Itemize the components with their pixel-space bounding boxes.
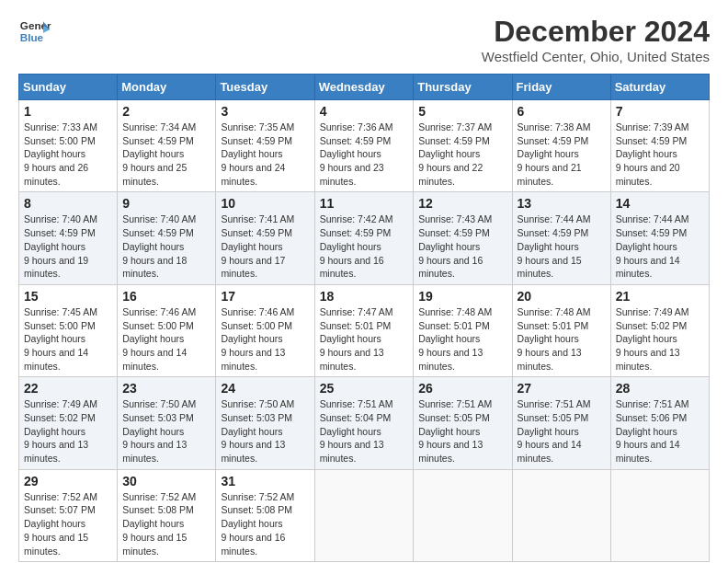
day-info: Sunrise: 7:46 AM Sunset: 5:00 PM Dayligh… bbox=[221, 305, 309, 373]
calendar-day-cell: 27 Sunrise: 7:51 AM Sunset: 5:05 PM Dayl… bbox=[512, 377, 610, 469]
day-info: Sunrise: 7:51 AM Sunset: 5:04 PM Dayligh… bbox=[320, 397, 409, 465]
day-info: Sunrise: 7:39 AM Sunset: 4:59 PM Dayligh… bbox=[616, 121, 704, 188]
day-info: Sunrise: 7:40 AM Sunset: 4:59 PM Dayligh… bbox=[24, 213, 112, 280]
day-info: Sunrise: 7:33 AM Sunset: 5:00 PM Dayligh… bbox=[24, 121, 112, 188]
day-info: Sunrise: 7:50 AM Sunset: 5:03 PM Dayligh… bbox=[122, 397, 210, 465]
calendar-day-cell: 23 Sunrise: 7:50 AM Sunset: 5:03 PM Dayl… bbox=[118, 377, 216, 469]
month-title: December 2024 bbox=[482, 15, 710, 49]
calendar-day-cell: 20 Sunrise: 7:48 AM Sunset: 5:01 PM Dayl… bbox=[512, 284, 610, 376]
day-info: Sunrise: 7:48 AM Sunset: 5:01 PM Dayligh… bbox=[418, 305, 506, 373]
calendar-week-row: 1 Sunrise: 7:33 AM Sunset: 5:00 PM Dayli… bbox=[19, 100, 710, 192]
weekday-header: Thursday bbox=[414, 75, 512, 100]
calendar-day-cell: 1 Sunrise: 7:33 AM Sunset: 5:00 PM Dayli… bbox=[19, 100, 118, 192]
calendar-week-row: 22 Sunrise: 7:49 AM Sunset: 5:02 PM Dayl… bbox=[19, 377, 710, 469]
day-info: Sunrise: 7:49 AM Sunset: 5:02 PM Dayligh… bbox=[616, 305, 704, 373]
day-info: Sunrise: 7:42 AM Sunset: 4:59 PM Dayligh… bbox=[320, 213, 409, 280]
day-info: Sunrise: 7:49 AM Sunset: 5:02 PM Dayligh… bbox=[24, 397, 112, 465]
day-info: Sunrise: 7:37 AM Sunset: 4:59 PM Dayligh… bbox=[418, 121, 506, 188]
day-number: 10 bbox=[221, 196, 309, 211]
day-number: 24 bbox=[221, 381, 309, 396]
day-info: Sunrise: 7:52 AM Sunset: 5:07 PM Dayligh… bbox=[24, 490, 112, 557]
day-number: 22 bbox=[24, 381, 112, 396]
day-number: 28 bbox=[616, 381, 704, 396]
page-header: General Blue December 2024 Westfield Cen… bbox=[18, 15, 710, 64]
day-number: 6 bbox=[518, 104, 606, 119]
day-number: 8 bbox=[24, 196, 112, 211]
day-number: 20 bbox=[518, 289, 606, 304]
day-number: 27 bbox=[518, 381, 606, 396]
calendar-day-cell: 14 Sunrise: 7:44 AM Sunset: 4:59 PM Dayl… bbox=[610, 192, 709, 284]
calendar-day-cell: 4 Sunrise: 7:36 AM Sunset: 4:59 PM Dayli… bbox=[314, 100, 414, 192]
day-number: 30 bbox=[122, 474, 210, 488]
calendar-day-cell: 19 Sunrise: 7:48 AM Sunset: 5:01 PM Dayl… bbox=[414, 284, 512, 376]
calendar-day-cell: 21 Sunrise: 7:49 AM Sunset: 5:02 PM Dayl… bbox=[610, 284, 709, 376]
day-info: Sunrise: 7:43 AM Sunset: 4:59 PM Dayligh… bbox=[418, 213, 506, 280]
title-area: December 2024 Westfield Center, Ohio, Un… bbox=[482, 15, 710, 64]
calendar-day-cell: 16 Sunrise: 7:46 AM Sunset: 5:00 PM Dayl… bbox=[118, 284, 216, 376]
day-number: 15 bbox=[24, 289, 112, 304]
calendar-day-cell: 24 Sunrise: 7:50 AM Sunset: 5:03 PM Dayl… bbox=[216, 377, 314, 469]
svg-text:Blue: Blue bbox=[20, 31, 44, 43]
day-number: 9 bbox=[122, 196, 210, 211]
day-number: 5 bbox=[418, 104, 506, 119]
day-info: Sunrise: 7:50 AM Sunset: 5:03 PM Dayligh… bbox=[221, 397, 309, 465]
day-info: Sunrise: 7:40 AM Sunset: 4:59 PM Dayligh… bbox=[122, 213, 210, 280]
calendar-header-row: SundayMondayTuesdayWednesdayThursdayFrid… bbox=[19, 75, 710, 100]
calendar-day-cell: 17 Sunrise: 7:46 AM Sunset: 5:00 PM Dayl… bbox=[216, 284, 314, 376]
day-info: Sunrise: 7:51 AM Sunset: 5:05 PM Dayligh… bbox=[518, 397, 606, 465]
calendar-day-cell bbox=[414, 469, 512, 561]
day-info: Sunrise: 7:44 AM Sunset: 4:59 PM Dayligh… bbox=[616, 213, 704, 280]
calendar-day-cell: 13 Sunrise: 7:44 AM Sunset: 4:59 PM Dayl… bbox=[512, 192, 610, 284]
calendar-day-cell: 3 Sunrise: 7:35 AM Sunset: 4:59 PM Dayli… bbox=[216, 100, 314, 192]
day-info: Sunrise: 7:44 AM Sunset: 4:59 PM Dayligh… bbox=[518, 213, 606, 280]
day-number: 1 bbox=[24, 104, 112, 119]
day-number: 31 bbox=[221, 474, 309, 488]
calendar-week-row: 8 Sunrise: 7:40 AM Sunset: 4:59 PM Dayli… bbox=[19, 192, 710, 284]
day-number: 3 bbox=[221, 104, 309, 119]
weekday-header: Monday bbox=[118, 75, 216, 100]
day-number: 2 bbox=[122, 104, 210, 119]
calendar-day-cell: 2 Sunrise: 7:34 AM Sunset: 4:59 PM Dayli… bbox=[118, 100, 216, 192]
calendar-day-cell: 6 Sunrise: 7:38 AM Sunset: 4:59 PM Dayli… bbox=[512, 100, 610, 192]
calendar-day-cell: 12 Sunrise: 7:43 AM Sunset: 4:59 PM Dayl… bbox=[414, 192, 512, 284]
calendar-day-cell: 9 Sunrise: 7:40 AM Sunset: 4:59 PM Dayli… bbox=[118, 192, 216, 284]
day-number: 19 bbox=[418, 289, 506, 304]
day-number: 7 bbox=[616, 104, 704, 119]
location-title: Westfield Center, Ohio, United States bbox=[482, 49, 710, 64]
calendar-day-cell: 28 Sunrise: 7:51 AM Sunset: 5:06 PM Dayl… bbox=[610, 377, 709, 469]
day-info: Sunrise: 7:51 AM Sunset: 5:06 PM Dayligh… bbox=[616, 397, 704, 465]
calendar-day-cell: 31 Sunrise: 7:52 AM Sunset: 5:08 PM Dayl… bbox=[216, 469, 314, 561]
calendar-day-cell: 18 Sunrise: 7:47 AM Sunset: 5:01 PM Dayl… bbox=[314, 284, 414, 376]
logo: General Blue bbox=[18, 15, 51, 48]
calendar-day-cell: 25 Sunrise: 7:51 AM Sunset: 5:04 PM Dayl… bbox=[314, 377, 414, 469]
day-number: 25 bbox=[320, 381, 409, 396]
calendar-day-cell bbox=[512, 469, 610, 561]
calendar-day-cell: 11 Sunrise: 7:42 AM Sunset: 4:59 PM Dayl… bbox=[314, 192, 414, 284]
calendar-day-cell: 7 Sunrise: 7:39 AM Sunset: 4:59 PM Dayli… bbox=[610, 100, 709, 192]
calendar-table: SundayMondayTuesdayWednesdayThursdayFrid… bbox=[18, 74, 710, 562]
calendar-day-cell: 22 Sunrise: 7:49 AM Sunset: 5:02 PM Dayl… bbox=[19, 377, 118, 469]
day-info: Sunrise: 7:47 AM Sunset: 5:01 PM Dayligh… bbox=[320, 305, 409, 373]
day-number: 13 bbox=[518, 196, 606, 211]
calendar-day-cell: 29 Sunrise: 7:52 AM Sunset: 5:07 PM Dayl… bbox=[19, 469, 118, 561]
day-info: Sunrise: 7:46 AM Sunset: 5:00 PM Dayligh… bbox=[122, 305, 210, 373]
day-info: Sunrise: 7:36 AM Sunset: 4:59 PM Dayligh… bbox=[320, 121, 409, 188]
day-number: 4 bbox=[320, 104, 409, 119]
weekday-header: Friday bbox=[512, 75, 610, 100]
day-number: 16 bbox=[122, 289, 210, 304]
day-info: Sunrise: 7:34 AM Sunset: 4:59 PM Dayligh… bbox=[122, 121, 210, 188]
calendar-week-row: 15 Sunrise: 7:45 AM Sunset: 5:00 PM Dayl… bbox=[19, 284, 710, 376]
calendar-day-cell: 10 Sunrise: 7:41 AM Sunset: 4:59 PM Dayl… bbox=[216, 192, 314, 284]
day-number: 21 bbox=[616, 289, 704, 304]
day-number: 23 bbox=[122, 381, 210, 396]
day-info: Sunrise: 7:45 AM Sunset: 5:00 PM Dayligh… bbox=[24, 305, 112, 373]
calendar-day-cell: 26 Sunrise: 7:51 AM Sunset: 5:05 PM Dayl… bbox=[414, 377, 512, 469]
calendar-day-cell: 15 Sunrise: 7:45 AM Sunset: 5:00 PM Dayl… bbox=[19, 284, 118, 376]
weekday-header: Sunday bbox=[19, 75, 118, 100]
day-number: 26 bbox=[418, 381, 506, 396]
calendar-day-cell bbox=[610, 469, 709, 561]
weekday-header: Wednesday bbox=[314, 75, 414, 100]
logo-icon: General Blue bbox=[18, 15, 51, 48]
day-info: Sunrise: 7:52 AM Sunset: 5:08 PM Dayligh… bbox=[122, 490, 210, 557]
day-info: Sunrise: 7:51 AM Sunset: 5:05 PM Dayligh… bbox=[418, 397, 506, 465]
